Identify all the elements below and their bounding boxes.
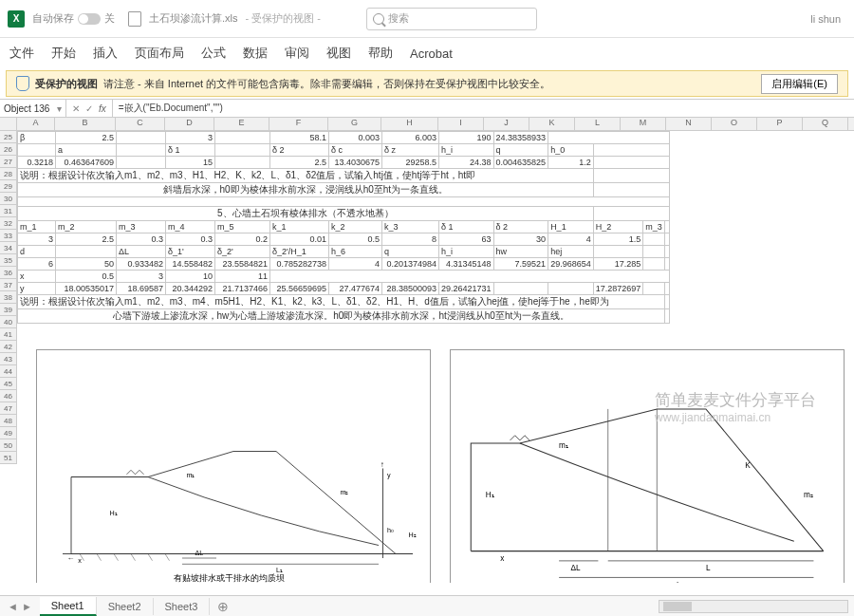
row-header[interactable]: 39	[0, 304, 17, 316]
row-header[interactable]: 51	[0, 452, 17, 464]
tab-layout[interactable]: 页面布局	[135, 45, 184, 62]
fx-icon[interactable]: fx	[99, 103, 106, 114]
row-header[interactable]: 37	[0, 279, 17, 291]
row-header[interactable]: 28	[0, 168, 17, 180]
row-header[interactable]: 45	[0, 378, 17, 390]
row-header[interactable]: 49	[0, 427, 17, 439]
row-header[interactable]: 43	[0, 353, 17, 365]
col-header[interactable]: M	[621, 118, 666, 130]
col-header[interactable]: N	[666, 118, 712, 130]
row-header[interactable]: 26	[0, 143, 17, 156]
tab-home[interactable]: 开始	[51, 45, 76, 62]
autosave-toggle[interactable]: 自动保存 关	[32, 11, 115, 26]
col-header[interactable]: P	[757, 118, 803, 130]
name-box[interactable]: Object 136▾	[0, 100, 66, 117]
row-header[interactable]: 36	[0, 267, 17, 279]
add-sheet-button[interactable]: ⊕	[210, 599, 236, 614]
row-header[interactable]: 44	[0, 365, 17, 378]
row-header[interactable]: 34	[0, 242, 17, 254]
row-header[interactable]: 47	[0, 402, 17, 415]
col-header[interactable]: E	[214, 118, 269, 130]
protected-view-banner: 受保护的视图 请注意 - 来自 Internet 的文件可能包含病毒。除非需要编…	[6, 70, 848, 97]
formula-input[interactable]: =嵌入("Eb.Document","")	[113, 102, 229, 115]
col-header[interactable]: H	[381, 118, 438, 130]
row-header[interactable]: 41	[0, 328, 17, 341]
tab-help[interactable]: 帮助	[368, 45, 393, 62]
svg-text:m₁: m₁	[559, 441, 568, 450]
col-header[interactable]: F	[269, 118, 328, 130]
tab-data[interactable]: 数据	[243, 45, 268, 62]
search-input[interactable]: 搜索	[366, 8, 537, 30]
spreadsheet-grid[interactable]: β2.5358.10.0036.00319024.38358933 aδ 1δ …	[17, 131, 670, 324]
tab-acrobat[interactable]: Acrobat	[410, 47, 453, 61]
svg-text:y: y	[387, 471, 391, 479]
row-header[interactable]: 40	[0, 316, 17, 328]
svg-text:L₁: L₁	[677, 581, 684, 583]
svg-text:K: K	[745, 461, 751, 470]
svg-line-22	[131, 554, 136, 561]
col-header[interactable]: L	[575, 118, 621, 130]
row-header[interactable]: 33	[0, 230, 17, 242]
col-header[interactable]: G	[328, 118, 381, 130]
svg-text:m₁: m₁	[187, 471, 195, 479]
tab-prev-icon[interactable]: ◄	[8, 601, 18, 612]
svg-text:H₂: H₂	[409, 531, 417, 539]
enable-editing-button[interactable]: 启用编辑(E)	[761, 74, 838, 94]
col-header[interactable]: O	[712, 118, 757, 130]
excel-icon: X	[8, 10, 25, 28]
col-header[interactable]: K	[529, 118, 575, 130]
confirm-icon[interactable]: ✓	[85, 103, 93, 114]
row-header[interactable]: 42	[0, 341, 17, 353]
tab-insert[interactable]: 插入	[93, 45, 118, 62]
col-header[interactable]: D	[165, 118, 214, 130]
diagram-2: H₁ m₁ K m₂ ΔL L L₁ x 水的均质坝	[450, 349, 845, 583]
svg-text:m₂: m₂	[341, 488, 349, 496]
svg-text:x: x	[78, 556, 82, 565]
sheet-tab-1[interactable]: Sheet1	[40, 597, 97, 616]
svg-text:ΔL: ΔL	[195, 549, 204, 557]
svg-text:m₂: m₂	[804, 491, 813, 499]
tab-formula[interactable]: 公式	[201, 45, 226, 62]
col-header[interactable]: B	[55, 118, 116, 130]
sheet-tab-3[interactable]: Sheet3	[154, 598, 211, 615]
diagram-1: ← x ↑ y H₁ m₁ m₂ h₀ H₂ L₁ ΔL	[36, 349, 431, 583]
row-header[interactable]: 46	[0, 390, 17, 402]
svg-text:↑: ↑	[381, 460, 384, 469]
shield-icon	[16, 76, 29, 91]
row-header[interactable]: 32	[0, 217, 17, 230]
sheet-tab-2[interactable]: Sheet2	[97, 598, 154, 615]
svg-line-21	[114, 554, 119, 561]
col-header[interactable]: J	[484, 118, 529, 130]
svg-text:ΔL: ΔL	[571, 564, 582, 572]
filename: 土石坝渗流计算.xls	[149, 11, 238, 26]
svg-line-20	[97, 554, 102, 561]
save-icon[interactable]	[128, 11, 141, 27]
col-header[interactable]: C	[116, 118, 165, 130]
svg-text:←: ←	[67, 554, 75, 563]
svg-text:有贴坡排水或干排水的均质坝: 有贴坡排水或干排水的均质坝	[174, 573, 285, 583]
search-icon	[373, 13, 384, 25]
tab-view[interactable]: 视图	[326, 45, 351, 62]
col-header[interactable]: A	[17, 118, 55, 130]
row-header[interactable]: 38	[0, 291, 17, 304]
tab-next-icon[interactable]: ►	[22, 601, 32, 612]
row-header[interactable]: 31	[0, 205, 17, 217]
tab-file[interactable]: 文件	[9, 45, 34, 62]
horizontal-scrollbar[interactable]	[659, 600, 848, 613]
row-header[interactable]: 25	[0, 131, 17, 143]
row-header[interactable]: 30	[0, 193, 17, 205]
cancel-icon[interactable]: ✕	[72, 103, 80, 114]
col-header[interactable]: I	[438, 118, 484, 130]
user-label[interactable]: li shun	[810, 13, 841, 25]
svg-text:H₁: H₁	[486, 491, 494, 499]
tab-review[interactable]: 审阅	[285, 45, 309, 62]
row-header[interactable]: 48	[0, 415, 17, 427]
ribbon-tabs: 文件 开始 插入 页面布局 公式 数据 审阅 视图 帮助 Acrobat	[0, 38, 854, 68]
row-header[interactable]: 29	[0, 180, 17, 193]
row-header[interactable]: 50	[0, 439, 17, 452]
row-header[interactable]: 35	[0, 254, 17, 267]
svg-line-23	[148, 554, 153, 561]
row-header[interactable]: 27	[0, 156, 17, 168]
col-header[interactable]: Q	[803, 118, 848, 130]
file-subtitle: - 受保护的视图 -	[246, 11, 321, 26]
